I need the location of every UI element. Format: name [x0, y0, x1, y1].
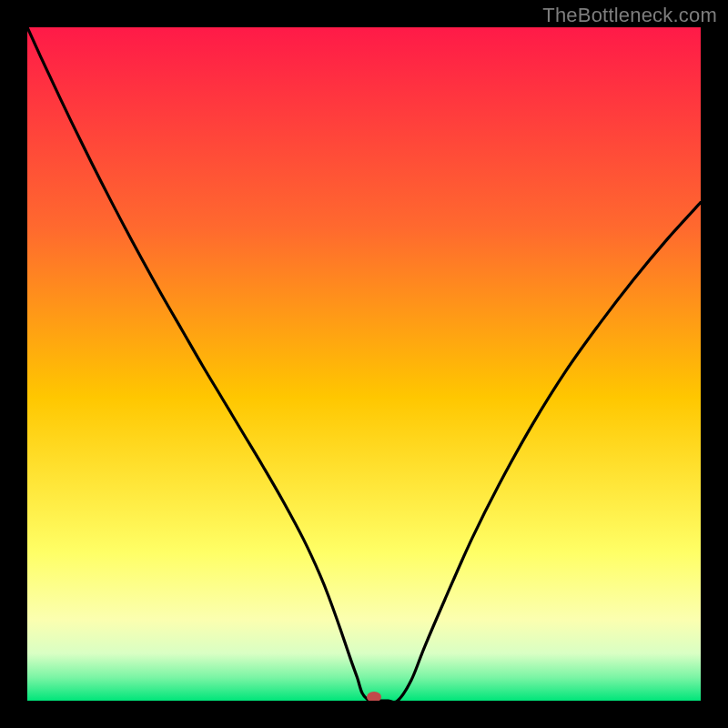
watermark-text: TheBottleneck.com: [542, 4, 717, 27]
bottleneck-curve: [27, 27, 701, 701]
chart-frame: TheBottleneck.com: [0, 0, 728, 728]
optimal-marker: [367, 692, 381, 701]
plot-area: [27, 27, 701, 701]
